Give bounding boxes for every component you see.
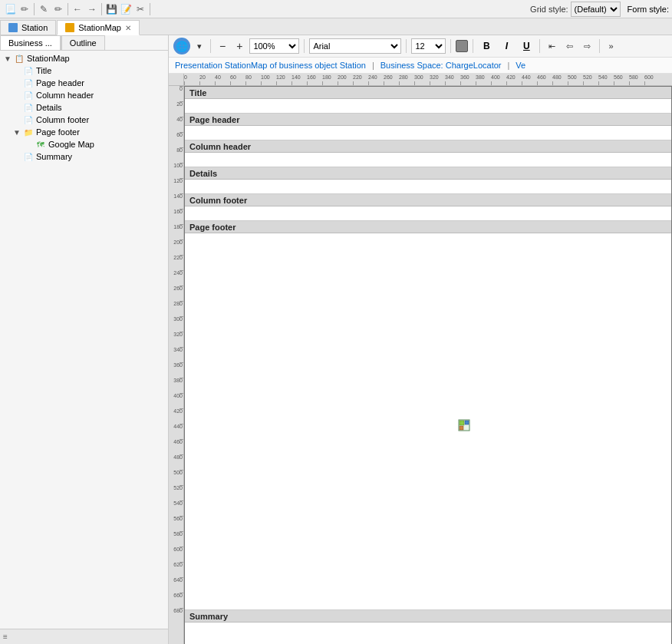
tab-stationmap-icon — [65, 23, 74, 32]
band-column-footer-body[interactable] — [185, 206, 671, 220]
band-summary-body[interactable] — [185, 623, 671, 644]
band-page-footer-label: Page footer — [189, 223, 236, 232]
sep-1 — [34, 3, 35, 15]
band-column-header-body[interactable] — [185, 153, 671, 167]
tree-item-details[interactable]: 📄 Details — [0, 101, 168, 114]
toolbar-sep-4 — [450, 39, 451, 53]
report-page: Title Page header — [184, 86, 672, 644]
left-tab-outline[interactable]: Outline — [61, 35, 105, 50]
tree-toggle-page-footer[interactable]: ▼ — [12, 127, 21, 137]
italic-btn[interactable]: I — [498, 38, 515, 54]
toolbar-icon-8[interactable]: 📝 — [119, 2, 133, 16]
toolbar-icon-5[interactable]: ← — [71, 2, 84, 16]
align-center-btn[interactable]: ⇦ — [562, 40, 577, 53]
band-page-footer-body[interactable] — [185, 233, 671, 609]
toolbar-icon-1[interactable]: 📃 — [3, 2, 17, 16]
breadcrumb-sep-1: | — [372, 61, 374, 70]
top-menubar: 📃 ✏ ✎ ✏ ← → 💾 📝 ✂ Grid style: (Default) … — [0, 0, 672, 18]
tree-icon-column-footer: 📄 — [23, 114, 34, 125]
tree-toggle-details — [12, 103, 21, 112]
canvas-scroll[interactable]: Title Page header — [184, 86, 672, 644]
editor-right: 0204060801001201401601802002202402602803… — [184, 74, 672, 644]
zoom-select[interactable]: 100% — [249, 38, 299, 54]
secondary-toolbar: 🌐 ▾ − + 100% Arial 12 B I U ⇤ ⇦ — [169, 35, 672, 58]
tree-item-google-map[interactable]: 🗺 Google Map — [0, 138, 168, 150]
font-size-select[interactable]: 12 — [411, 38, 446, 54]
left-tab-business[interactable]: Business ... — [0, 35, 61, 50]
tree-item-column-footer[interactable]: 📄 Column footer — [0, 114, 168, 126]
tree-icon-stationmap: 📋 — [14, 53, 25, 64]
breadcrumb-text: Presentation StationMap of business obje… — [175, 61, 366, 70]
tree-icon-page-footer: 📁 — [23, 127, 34, 137]
left-panel-status: ≡ — [3, 632, 8, 641]
band-page-header-label: Page header — [189, 115, 239, 124]
tree-label-stationmap: StationMap — [27, 54, 70, 63]
breadcrumb-ve: Ve — [516, 61, 525, 70]
band-title-label: Title — [189, 88, 206, 97]
band-title-header: Title — [185, 87, 671, 99]
toolbar-icon-3[interactable]: ✎ — [37, 2, 51, 16]
dropdown-btn[interactable]: ▾ — [193, 40, 206, 53]
tab-stationmap[interactable]: StationMap ✕ — [57, 20, 140, 35]
zoom-out-btn[interactable]: − — [216, 38, 229, 54]
tree-item-column-header[interactable]: 📄 Column header — [0, 89, 168, 101]
font-select[interactable]: Arial — [309, 38, 401, 54]
ruler-corner-col: 0204060801001201401601802002202402602803… — [169, 74, 184, 644]
grid-style-select[interactable]: (Default) — [571, 2, 621, 17]
left-panel-tabs: Business ... Outline — [0, 35, 168, 51]
band-summary-label: Summary — [189, 612, 228, 621]
tab-station[interactable]: Station — [0, 20, 56, 35]
tree-label-column-footer: Column footer — [36, 115, 89, 124]
tree-label-summary: Summary — [36, 152, 72, 161]
tree-toggle-summary — [12, 152, 21, 161]
left-panel-bottom: ≡ — [0, 629, 168, 644]
band-title-body[interactable] — [185, 99, 671, 113]
band-details-header: Details — [185, 167, 671, 180]
toolbar-icon-4[interactable]: ✏ — [51, 2, 65, 16]
underline-btn[interactable]: U — [518, 38, 535, 54]
left-panel: Business ... Outline ▼ 📋 StationMap 📄 Ti… — [0, 35, 169, 644]
tab-stationmap-close[interactable]: ✕ — [125, 24, 131, 32]
breadcrumb-sep-2: | — [508, 61, 510, 70]
band-summary-header: Summary — [185, 610, 671, 623]
toolbar-sep-2 — [304, 39, 305, 53]
toolbar-icon-9[interactable]: ✂ — [133, 2, 147, 16]
toolbar-icon-2[interactable]: ✏ — [18, 2, 31, 16]
band-page-header-header: Page header — [185, 114, 671, 126]
toolbar-sep-5 — [473, 39, 473, 53]
tree-item-title[interactable]: 📄 Title — [0, 64, 168, 77]
align-right-btn[interactable]: ⇨ — [580, 40, 595, 53]
main-area: Business ... Outline ▼ 📋 StationMap 📄 Ti… — [0, 35, 672, 644]
tree-toggle-stationmap[interactable]: ▼ — [3, 54, 12, 63]
tree-icon-summary: 📄 — [23, 151, 34, 162]
band-column-footer-header: Column footer — [185, 194, 671, 206]
vertical-ruler: 0204060801001201401601802002202402602803… — [169, 86, 184, 644]
toolbar-icon-7[interactable]: 💾 — [104, 2, 118, 16]
band-details: Details — [185, 167, 671, 194]
svg-rect-2 — [465, 421, 469, 424]
band-column-header-label: Column header — [189, 142, 251, 151]
horizontal-ruler: 0204060801001201401601802002202402602803… — [184, 74, 672, 86]
align-left-btn[interactable]: ⇤ — [545, 40, 559, 53]
datasource-btn[interactable]: 🌐 — [173, 38, 190, 54]
sep-3 — [101, 3, 102, 15]
band-column-header-header: Column header — [185, 140, 671, 153]
tree-toggle-column-header — [12, 91, 21, 100]
bold-btn[interactable]: B — [478, 38, 495, 54]
more-btn[interactable]: » — [604, 40, 617, 52]
toolbar-icon-6[interactable]: → — [85, 2, 99, 16]
band-page-footer-header: Page footer — [185, 221, 671, 233]
band-page-header-body[interactable] — [185, 126, 671, 140]
tree-icon-column-header: 📄 — [23, 90, 34, 101]
color-block-btn[interactable] — [456, 40, 468, 52]
tree-label-page-footer: Page footer — [36, 127, 80, 137]
tree-item-summary[interactable]: 📄 Summary — [0, 150, 168, 163]
google-map-widget[interactable] — [458, 419, 470, 433]
tree-item-page-footer[interactable]: ▼ 📁 Page footer — [0, 126, 168, 138]
band-details-body[interactable] — [185, 180, 671, 193]
zoom-in-btn[interactable]: + — [232, 38, 246, 54]
tree-item-page-header[interactable]: 📄 Page header — [0, 77, 168, 89]
tree-item-stationmap[interactable]: ▼ 📋 StationMap — [0, 52, 168, 64]
breadcrumb-business-space: Business Space: ChargeLocator — [380, 61, 502, 70]
tree-toggle-page-header — [12, 78, 21, 88]
